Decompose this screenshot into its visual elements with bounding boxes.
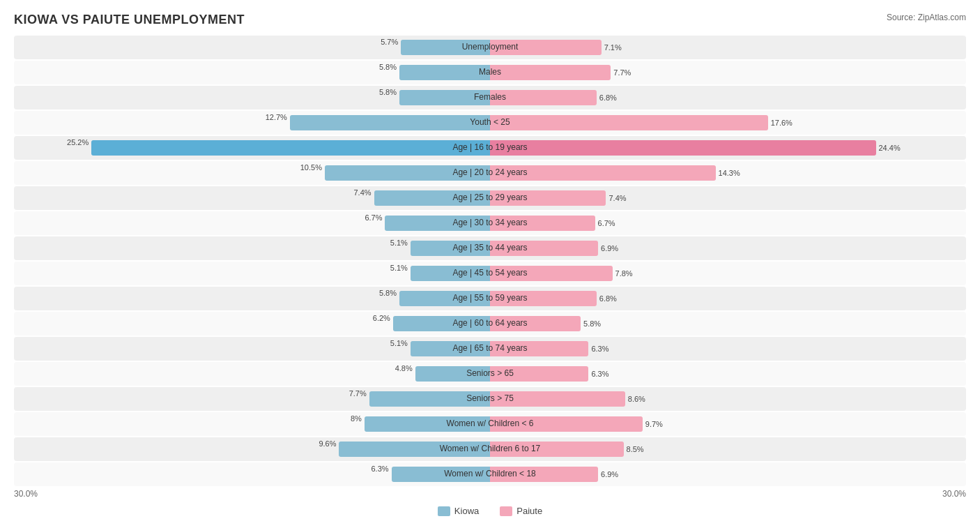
bar-row: 6.3%6.9%Women w/ Children < 18 bbox=[14, 462, 966, 486]
bar-row: 5.7%7.1%Unemployment bbox=[14, 36, 966, 59]
right-value: 5.8% bbox=[583, 319, 601, 328]
paiute-label: Paiute bbox=[516, 506, 542, 516]
chart-source: Source: ZipAtlas.com bbox=[887, 13, 966, 22]
left-value: 5.1% bbox=[390, 239, 408, 247]
bar-row: 12.7%17.6%Youth < 25 bbox=[14, 111, 966, 135]
chart-area: 5.7%7.1%Unemployment5.8%7.7%Males5.8%6.8… bbox=[14, 36, 966, 486]
bar-row: 5.1%6.9%Age | 35 to 44 years bbox=[14, 236, 966, 260]
right-value: 7.4% bbox=[608, 194, 626, 202]
axis-labels: 30.0% 30.0% bbox=[14, 489, 966, 499]
left-value: 6.2% bbox=[373, 314, 390, 322]
left-value: 5.8% bbox=[379, 63, 397, 71]
left-value: 7.7% bbox=[349, 389, 367, 398]
legend: Kiowa Paiute bbox=[14, 506, 966, 516]
left-value: 5.1% bbox=[390, 264, 408, 272]
bar-row: 25.2%24.4%Age | 16 to 19 years bbox=[14, 136, 966, 160]
left-value: 10.5% bbox=[300, 163, 322, 172]
right-value: 7.7% bbox=[613, 68, 631, 77]
right-value: 8.6% bbox=[628, 395, 645, 403]
chart-title: KIOWA VS PAIUTE UNEMPLOYMENT bbox=[14, 13, 245, 27]
right-value: 7.8% bbox=[615, 269, 633, 278]
left-value: 12.7% bbox=[266, 113, 287, 121]
bar-row: 8%9.7%Women w/ Children < 6 bbox=[14, 412, 966, 436]
right-value: 6.7% bbox=[598, 219, 615, 227]
right-value: 6.8% bbox=[599, 294, 617, 303]
bar-row: 7.7%8.6%Seniors > 75 bbox=[14, 387, 966, 411]
bar-row: 5.8%6.8%Age | 55 to 59 years bbox=[14, 287, 966, 310]
left-value: 5.7% bbox=[381, 38, 398, 46]
kiowa-label: Kiowa bbox=[454, 506, 479, 516]
left-value: 6.3% bbox=[372, 465, 389, 473]
bar-row: 5.8%6.8%Females bbox=[14, 86, 966, 110]
axis-right: 30.0% bbox=[942, 489, 966, 499]
right-value: 8.5% bbox=[627, 445, 644, 453]
left-value: 5.1% bbox=[390, 339, 408, 347]
left-value: 8% bbox=[351, 414, 362, 423]
left-value: 9.6% bbox=[319, 439, 336, 448]
right-value: 6.8% bbox=[599, 93, 617, 102]
kiowa-swatch bbox=[438, 506, 450, 516]
right-value: 9.7% bbox=[645, 420, 663, 428]
left-value: 7.4% bbox=[353, 188, 371, 197]
right-value: 17.6% bbox=[771, 119, 793, 127]
bar-row: 7.4%7.4%Age | 25 to 29 years bbox=[14, 186, 966, 210]
left-value: 5.8% bbox=[379, 88, 397, 96]
right-value: 7.1% bbox=[604, 43, 622, 52]
right-value: 24.4% bbox=[879, 144, 901, 152]
bar-row: 10.5%14.3%Age | 20 to 24 years bbox=[14, 161, 966, 185]
legend-paiute: Paiute bbox=[500, 506, 542, 516]
right-value: 6.9% bbox=[601, 244, 618, 252]
right-value: 6.3% bbox=[591, 345, 608, 353]
bar-row: 4.8%6.3%Seniors > 65 bbox=[14, 362, 966, 386]
right-value: 6.3% bbox=[591, 370, 608, 378]
bar-row: 6.2%5.8%Age | 60 to 64 years bbox=[14, 312, 966, 335]
left-value: 25.2% bbox=[67, 138, 89, 146]
left-value: 5.8% bbox=[379, 289, 397, 297]
left-value: 4.8% bbox=[395, 364, 413, 372]
left-value: 6.7% bbox=[365, 213, 382, 222]
legend-kiowa: Kiowa bbox=[438, 506, 479, 516]
bar-row: 5.1%7.8%Age | 45 to 54 years bbox=[14, 262, 966, 285]
paiute-swatch bbox=[500, 506, 512, 516]
bar-row: 6.7%6.7%Age | 30 to 34 years bbox=[14, 211, 966, 235]
axis-left: 30.0% bbox=[14, 489, 38, 499]
bar-row: 5.8%7.7%Males bbox=[14, 61, 966, 84]
bar-row: 5.1%6.3%Age | 65 to 74 years bbox=[14, 337, 966, 361]
right-value: 6.9% bbox=[601, 470, 618, 478]
bar-row: 9.6%8.5%Women w/ Children 6 to 17 bbox=[14, 437, 966, 461]
chart-container: KIOWA VS PAIUTE UNEMPLOYMENT Source: Zip… bbox=[0, 0, 980, 528]
right-value: 14.3% bbox=[719, 169, 740, 177]
chart-header: KIOWA VS PAIUTE UNEMPLOYMENT Source: Zip… bbox=[14, 13, 966, 27]
